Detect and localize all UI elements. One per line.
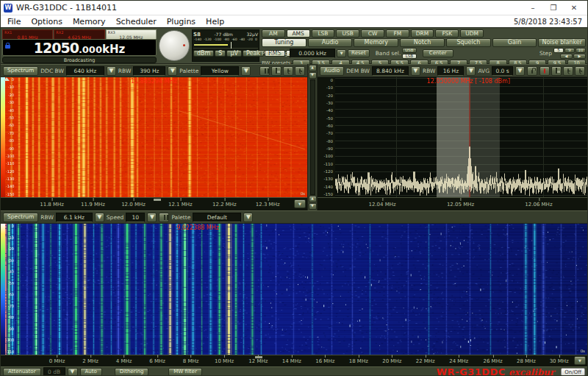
power-button[interactable]: On/Off xyxy=(561,368,585,376)
avg-lock-icon[interactable] xyxy=(527,66,537,76)
save-icon[interactable] xyxy=(271,66,282,76)
pb-reset-button[interactable]: Reset xyxy=(348,49,370,57)
sideband-button[interactable]: USB xyxy=(402,48,416,53)
mode-button[interactable]: AMS xyxy=(287,29,310,38)
menu-item[interactable]: File xyxy=(2,17,26,26)
attenuator-auto-button[interactable]: Auto xyxy=(80,368,102,376)
ddc-rbw-value[interactable]: 390 Hz xyxy=(133,66,165,76)
record-icon[interactable] xyxy=(539,66,550,76)
axis-dropdown-icon[interactable]: ▼ xyxy=(294,199,306,208)
frequency-display[interactable]: 12050 .000 kHz xyxy=(2,39,157,56)
mw-filter-button[interactable]: MW filter xyxy=(168,368,201,376)
avg-dropdown-icon[interactable]: ▼ xyxy=(515,66,525,76)
ddc-frequency-axis[interactable]: 11.8 MHz11.9 MHz12.0 MHz12.1 MHz12.2 MHz… xyxy=(1,197,307,210)
settings-tab[interactable]: Gain xyxy=(492,38,537,47)
dem-bw-value[interactable]: 8.840 kHz xyxy=(372,66,409,76)
step-down-icon[interactable]: ◀ xyxy=(560,54,573,59)
ddc-spectrum-button[interactable]: Spectrum xyxy=(3,66,38,76)
settings-tab[interactable]: Notch xyxy=(400,38,445,47)
mode-button[interactable]: LSB xyxy=(312,29,335,38)
attenuator-value[interactable]: 0 dB xyxy=(43,367,65,376)
wb-pause-icon[interactable] xyxy=(159,213,169,222)
settings-tab[interactable]: Memory xyxy=(354,38,398,47)
zoom-in2-icon[interactable] xyxy=(575,66,585,76)
wb-axis-dropdown-icon[interactable]: ▼ xyxy=(574,356,586,365)
rx-tab[interactable]: RX2 4.625 MHz xyxy=(54,29,104,39)
settings-tab[interactable]: Squelch xyxy=(446,38,491,47)
step-up-icon[interactable]: ▶ xyxy=(573,54,586,59)
maximize-icon[interactable]: ❐ xyxy=(543,1,564,15)
frequency-digits[interactable]: 12050 xyxy=(34,40,79,57)
settings-tab[interactable]: Tuning xyxy=(262,38,306,47)
frequency-decimals[interactable]: .000 xyxy=(79,44,102,55)
ddc-waterfall[interactable]: 0-10-20-30-40-50-60-70-80-90-100-110-120… xyxy=(1,77,307,197)
step-preset-button[interactable]: 9 xyxy=(564,48,575,53)
close-icon[interactable]: ✕ xyxy=(564,1,584,15)
ddc-palette-value[interactable]: Yellow xyxy=(201,66,239,76)
mode-button[interactable]: FM xyxy=(386,29,409,38)
save2-icon[interactable] xyxy=(551,66,562,76)
wideband-spectrum-button[interactable]: Spectrum xyxy=(3,213,38,222)
ddc-bw-dropdown-icon[interactable]: ▼ xyxy=(107,66,116,76)
demod-spectrum-plot[interactable]: 0-10-20-30-40-50-60-70-80-90-100-110-120… xyxy=(318,77,587,197)
wb-rbw-dropdown-icon[interactable]: ▼ xyxy=(95,213,104,222)
minimize-icon[interactable]: – xyxy=(523,1,543,15)
dithering-button[interactable]: Dithering xyxy=(115,368,149,376)
demod-rbw-value[interactable]: 16 Hz xyxy=(437,66,464,76)
smeter-unit-button[interactable]: dBm xyxy=(193,50,214,57)
scale-down2-icon[interactable]: ▼ xyxy=(309,203,317,210)
attenuator-dropdown-icon[interactable]: ▼ xyxy=(68,368,78,376)
rx-tab[interactable]: RX1 0.81 MHz xyxy=(2,29,53,39)
mode-button[interactable]: USB xyxy=(336,29,359,38)
scale-splitter[interactable]: ▲ ▼ ▲ ▼ xyxy=(308,64,318,210)
zoom-in-icon[interactable] xyxy=(295,66,305,76)
wideband-spectrum-panel: Spectrum RBW 6.1 kHz ▼ Speed 10 ▼ Palett… xyxy=(1,210,587,366)
wideband-waterfall[interactable]: 0-10-20-30-40-50-60-70-80-90-100-110 9.0… xyxy=(1,224,587,355)
scale-up-icon[interactable]: ▲ xyxy=(309,65,317,71)
mode-button[interactable]: FSK xyxy=(435,29,459,38)
smeter-unit-button[interactable]: S xyxy=(215,50,226,57)
speed-value[interactable]: 10 xyxy=(126,213,145,222)
pb-tuning-dropdown-icon[interactable]: ▼ xyxy=(337,49,346,57)
menu-item[interactable]: Scheduler xyxy=(111,17,162,26)
settings-tab[interactable]: Noise blanker xyxy=(538,38,586,47)
tuning-knob[interactable] xyxy=(159,30,190,61)
pause-icon[interactable] xyxy=(259,66,270,76)
menu-item[interactable]: Memory xyxy=(68,17,111,26)
sideband-button[interactable]: LSB xyxy=(402,54,416,59)
ddc-palette-dropdown-icon[interactable]: ▼ xyxy=(241,66,251,76)
avg-value[interactable]: 0.0 s xyxy=(492,66,513,76)
rx-tab[interactable]: RX3 12.05 MHz xyxy=(106,29,157,39)
ddc-bw-value[interactable]: 640 kHz xyxy=(66,66,104,76)
demod-frequency-axis[interactable]: 12.04 MHz12.05 MHz12.06 MHz xyxy=(318,197,587,210)
step-preset-button[interactable]: 10 xyxy=(576,48,586,53)
zoom-out-icon[interactable] xyxy=(283,66,293,76)
scale-up2-icon[interactable]: ▲ xyxy=(309,196,317,202)
mode-button[interactable]: AM xyxy=(262,29,285,38)
ddc-rbw-dropdown-icon[interactable]: ▼ xyxy=(168,66,177,76)
menu-item[interactable]: Help xyxy=(201,17,229,26)
center-button[interactable]: Center xyxy=(423,49,453,57)
wb-palette-value[interactable]: Default xyxy=(193,213,241,222)
wb-rbw-value[interactable]: 6.1 kHz xyxy=(56,213,93,222)
zoom-out2-icon[interactable] xyxy=(563,66,573,76)
speed-dropdown-icon[interactable]: ▼ xyxy=(147,213,157,222)
attenuator-button[interactable]: Attenuator xyxy=(3,368,41,376)
audio-spectrum-button[interactable]: Audio xyxy=(320,66,344,76)
mode-button[interactable]: CW xyxy=(361,29,384,38)
scale-down-icon[interactable]: ▼ xyxy=(309,72,317,79)
wb-palette-dropdown-icon[interactable]: ▼ xyxy=(243,213,253,222)
menu-item[interactable]: Options xyxy=(26,17,67,26)
demod-rbw-dropdown-icon[interactable]: ▼ xyxy=(466,66,476,76)
smeter-unit-button[interactable]: µV xyxy=(226,50,242,57)
smeter-unit-button[interactable]: Peak xyxy=(243,50,264,57)
mode-button[interactable]: DRM xyxy=(411,29,434,38)
dem-bw-dropdown-icon[interactable]: ▼ xyxy=(411,66,420,76)
settings-tab[interactable]: Audio xyxy=(308,38,353,47)
menu-item[interactable]: Plugins xyxy=(162,17,201,26)
step-preset-button[interactable]: 5 xyxy=(553,48,564,53)
wideband-frequency-axis[interactable]: 0 MHz2 MHz4 MHz6 MHz8 MHz10 MHz12 MHz14 … xyxy=(1,355,587,366)
mode-button[interactable]: UDM xyxy=(460,29,484,38)
pb-tuning-value[interactable]: 0.000 kHz xyxy=(290,49,335,58)
scale-slider[interactable] xyxy=(310,79,315,195)
